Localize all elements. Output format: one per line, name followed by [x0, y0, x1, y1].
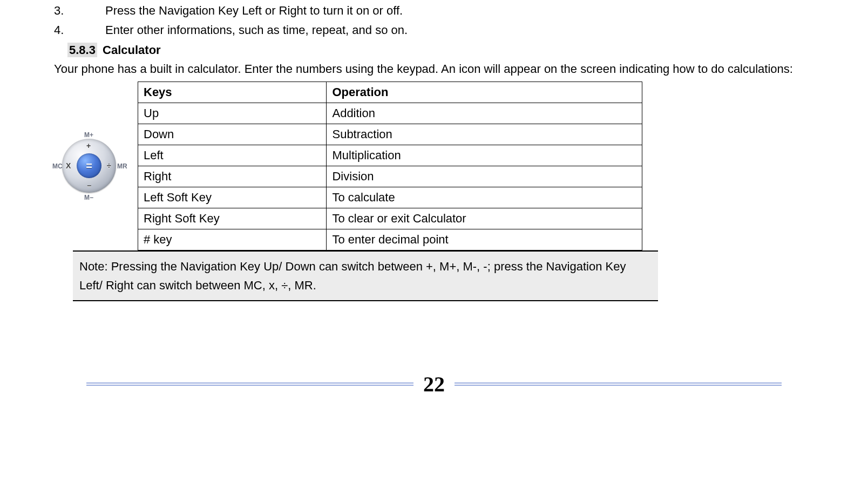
- table-column: Keys Operation Up Addition Down Subtract…: [138, 82, 642, 250]
- table-row: Right Division: [138, 166, 642, 187]
- content-row: = + − X ÷ M+ M− MC MR Keys Operation Up …: [54, 82, 814, 250]
- page-content: 3. Press the Navigation Key Left or Righ…: [0, 3, 868, 408]
- cell-keys: Right Soft Key: [138, 208, 327, 229]
- table-row: Left Soft Key To calculate: [138, 187, 642, 208]
- cell-operation: Multiplication: [327, 145, 642, 166]
- list-text: Press the Navigation Key Left or Right t…: [105, 3, 814, 19]
- dpad-plus-icon: +: [86, 141, 91, 150]
- dpad-times-icon: X: [66, 161, 71, 170]
- section-number: 5.8.3: [67, 43, 97, 57]
- table-header-row: Keys Operation: [138, 82, 642, 103]
- cell-operation: Subtraction: [327, 124, 642, 145]
- table-row: Up Addition: [138, 103, 642, 124]
- calculator-table: Keys Operation Up Addition Down Subtract…: [138, 82, 642, 250]
- dpad-mr-label: MR: [117, 162, 127, 170]
- table-header-keys: Keys: [138, 82, 327, 103]
- footer-line-left: [86, 383, 413, 385]
- dpad-mminus-label: M−: [84, 194, 93, 201]
- cell-operation: To calculate: [327, 187, 642, 208]
- cell-keys: Right: [138, 166, 327, 187]
- footer-line-right: [455, 383, 782, 385]
- dpad-center-icon: =: [77, 153, 101, 178]
- dpad-mplus-label: M+: [84, 131, 93, 139]
- section-heading: 5.8.3 Calculator: [67, 43, 814, 57]
- cell-keys: Down: [138, 124, 327, 145]
- note-box: Note: Pressing the Navigation Key Up/ Do…: [73, 250, 658, 301]
- table-row: Right Soft Key To clear or exit Calculat…: [138, 208, 642, 229]
- list-item: 3. Press the Navigation Key Left or Righ…: [54, 3, 814, 19]
- list-item: 4. Enter other informations, such as tim…: [54, 22, 814, 39]
- cell-operation: Division: [327, 166, 642, 187]
- icon-column: = + − X ÷ M+ M− MC MR: [54, 131, 138, 201]
- intro-text: Your phone has a built in calculator. En…: [54, 59, 814, 78]
- dpad-mc-label: MC: [52, 162, 63, 170]
- cell-operation: To clear or exit Calculator: [327, 208, 642, 229]
- table-row: Left Multiplication: [138, 145, 642, 166]
- page-number: 22: [413, 371, 455, 397]
- list-text: Enter other informations, such as time, …: [105, 22, 814, 39]
- table-row: # key To enter decimal point: [138, 229, 642, 250]
- cell-keys: Left: [138, 145, 327, 166]
- table-row: Down Subtraction: [138, 124, 642, 145]
- calculator-dpad-icon: = + − X ÷ M+ M− MC MR: [54, 131, 124, 201]
- cell-keys: Left Soft Key: [138, 187, 327, 208]
- cell-operation: To enter decimal point: [327, 229, 642, 250]
- list-number: 3.: [54, 3, 105, 19]
- dpad-div-icon: ÷: [107, 161, 111, 170]
- cell-operation: Addition: [327, 103, 642, 124]
- table-header-operation: Operation: [327, 82, 642, 103]
- cell-keys: # key: [138, 229, 327, 250]
- dpad-minus-icon: −: [87, 181, 91, 190]
- page-footer: 22: [54, 371, 814, 408]
- section-title: Calculator: [103, 43, 161, 57]
- cell-keys: Up: [138, 103, 327, 124]
- list-number: 4.: [54, 22, 105, 39]
